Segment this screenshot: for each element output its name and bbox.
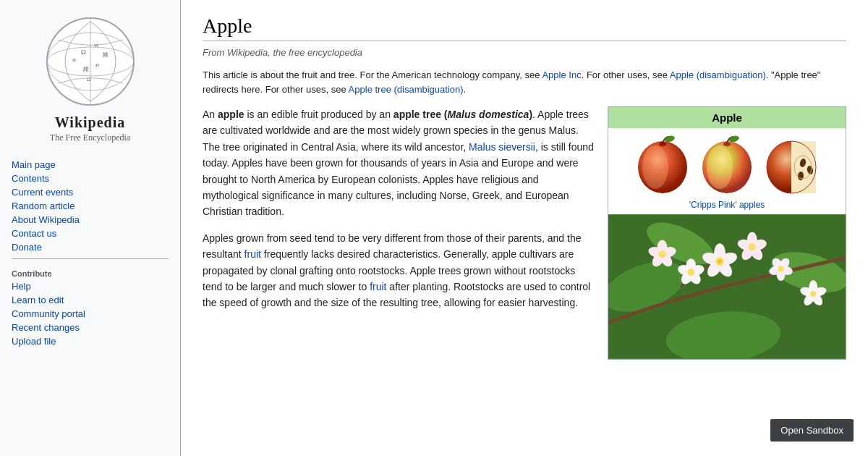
svg-point-17 [707, 145, 733, 189]
svg-text:И: И [72, 57, 76, 63]
sidebar: Ω W 維 И 維 И Ω Wikipedia The Free Encyclo… [0, 0, 181, 456]
sidebar-item-main-page[interactable]: Main page [0, 158, 180, 172]
link-apple-disambiguation[interactable]: Apple (disambiguation) [670, 69, 766, 80]
main-content: Apple From Wikipedia, the free encyclope… [181, 0, 868, 456]
sidebar-item-contact-us[interactable]: Contact us [0, 227, 180, 240]
svg-point-51 [687, 269, 694, 276]
open-sandbox-button[interactable]: Open Sandbox [770, 419, 854, 442]
sidebar-item-about-wikipedia[interactable]: About Wikipedia [0, 213, 180, 227]
infobox: Apple [608, 106, 846, 360]
sidebar-item-donate[interactable]: Donate [0, 240, 180, 254]
sidebar-item-upload-file[interactable]: Upload file [0, 334, 180, 348]
article-paragraph-1: An apple is an edible fruit produced by … [203, 106, 596, 220]
sidebar-item-random-article[interactable]: Random article [0, 199, 180, 213]
article-paragraph-2: Apples grown from seed tend to be very d… [203, 230, 596, 311]
content-area: An apple is an edible fruit produced by … [203, 106, 846, 360]
svg-point-19 [723, 142, 731, 146]
sidebar-item-learn-to-edit[interactable]: Learn to edit [0, 293, 180, 307]
sidebar-item-contents[interactable]: Contents [0, 172, 180, 185]
apple-image-3-cut [761, 134, 822, 195]
svg-point-69 [810, 291, 816, 297]
svg-point-13 [642, 145, 668, 189]
disambiguation-box: This article is about the fruit and tree… [203, 68, 846, 96]
link-fruit[interactable]: fruit [244, 248, 261, 260]
sidebar-item-community-portal[interactable]: Community portal [0, 307, 180, 321]
link-malus-sieversii[interactable]: Malus sieversii [469, 141, 535, 153]
svg-point-15 [659, 142, 666, 146]
page-subtitle: From Wikipedia, the free encyclopedia [203, 47, 846, 58]
article-body: An apple is an edible fruit produced by … [203, 106, 596, 360]
link-apple-inc[interactable]: Apple Inc [542, 69, 581, 80]
svg-point-39 [718, 259, 722, 263]
sidebar-item-current-events[interactable]: Current events [0, 185, 180, 199]
link-cripps-pink[interactable]: 'Cripps Pink' apples [689, 200, 765, 210]
svg-rect-21 [791, 141, 816, 193]
sidebar-navigation: Main page Contents Current events Random… [0, 151, 180, 355]
apple-blossom-image [608, 214, 846, 359]
svg-text:維: 維 [102, 51, 109, 58]
sidebar-logo-area: Ω W 維 И 維 И Ω Wikipedia The Free Encyclo… [36, 0, 145, 151]
infobox-caption: 'Cripps Pink' apples [608, 198, 846, 214]
link-fruit-verb[interactable]: fruit [370, 281, 386, 292]
svg-text:И: И [95, 62, 99, 68]
page-title: Apple [203, 14, 846, 41]
sidebar-item-help[interactable]: Help [0, 279, 180, 293]
svg-text:Ω: Ω [81, 48, 86, 56]
apple-image-1 [632, 134, 694, 195]
svg-point-63 [659, 250, 666, 258]
sidebar-item-recent-changes[interactable]: Recent changes [0, 321, 180, 334]
wikipedia-globe-icon: Ω W 維 И 維 И Ω [43, 14, 137, 109]
svg-point-57 [778, 266, 784, 271]
disambiguation-text: This article is about the fruit and tree… [203, 69, 820, 95]
site-tagline: The Free Encyclopedia [50, 132, 130, 143]
infobox-images [608, 128, 846, 198]
link-apple-tree-disambiguation[interactable]: Apple tree (disambiguation) [349, 84, 464, 95]
svg-text:維: 維 [82, 66, 89, 72]
svg-point-45 [749, 243, 756, 250]
infobox-title: Apple [608, 107, 846, 128]
apple-image-2 [697, 134, 758, 195]
svg-text:Ω: Ω [87, 77, 90, 83]
sidebar-divider [12, 258, 169, 259]
site-name: Wikipedia [55, 114, 126, 131]
blossom-svg [608, 214, 846, 359]
svg-text:W: W [94, 43, 99, 48]
contribute-section-title: Contribute [0, 263, 180, 279]
